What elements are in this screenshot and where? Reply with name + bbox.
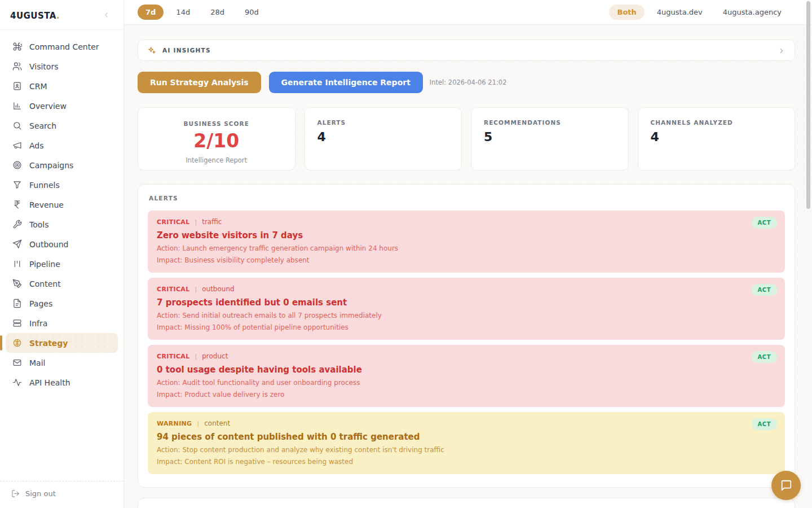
sign-out-button[interactable]: Sign out	[0, 481, 123, 508]
sparkles-icon	[147, 46, 156, 55]
app-root: 4UGUSTA. Command Center Visitors CRM Ove…	[0, 0, 812, 508]
sidebar-item-ads[interactable]: Ads	[6, 135, 118, 155]
sidebar-item-pipeline[interactable]: Pipeline	[6, 254, 118, 274]
sidebar-item-label: Overview	[29, 102, 67, 111]
channels-analyzed-value: 4	[651, 130, 783, 144]
sidebar-item-overview[interactable]: Overview	[6, 96, 118, 116]
alerts-count-card: ALERTS 4	[304, 107, 462, 170]
alert-meta: CRITICAL | traffic	[157, 218, 776, 226]
alert-severity: CRITICAL	[157, 286, 189, 293]
alert-severity: CRITICAL	[157, 353, 189, 360]
alert-impact-text: Impact: Content ROI is negative – resour…	[157, 458, 776, 466]
sidebar-item-label: Pages	[29, 299, 52, 308]
ai-insights-label: AI INSIGHTS	[162, 47, 211, 54]
sidebar-item-pages[interactable]: Pages	[6, 294, 118, 313]
brand-logo-dot: .	[56, 11, 60, 21]
alert-impact-text: Impact: Business visibility completely a…	[157, 256, 776, 264]
time-range-90d[interactable]: 90d	[237, 5, 267, 20]
alert-card-outbound: CRITICAL | outbound 7 prospects identifi…	[148, 278, 785, 340]
act-button[interactable]: ACT	[752, 418, 777, 430]
sidebar-item-crm[interactable]: CRM	[6, 76, 118, 96]
alert-severity: WARNING	[157, 420, 192, 427]
alert-separator: |	[195, 286, 197, 293]
recommendations-count-value: 5	[484, 130, 616, 144]
alert-meta: WARNING | content	[157, 419, 776, 427]
pulse-icon	[12, 378, 22, 387]
alert-category: product	[202, 352, 228, 360]
sidebar-item-revenue[interactable]: Revenue	[6, 195, 118, 214]
sidebar-item-label: CRM	[29, 82, 47, 91]
sidebar-item-label: Ads	[29, 141, 44, 150]
ai-insights-toggle[interactable]: AI INSIGHTS	[138, 40, 795, 61]
rupee-icon	[12, 200, 22, 209]
visitors-icon	[12, 62, 22, 71]
megaphone-icon	[12, 141, 22, 150]
sidebar-item-command-center[interactable]: Command Center	[6, 37, 118, 56]
chat-fab-button[interactable]	[771, 471, 801, 500]
recommendations-count-label: RECOMMENDATIONS	[484, 119, 616, 126]
sidebar-item-tools[interactable]: Tools	[6, 214, 118, 234]
sidebar-item-funnels[interactable]: Funnels	[6, 175, 118, 195]
mail-icon	[12, 358, 22, 367]
pen-icon	[12, 279, 22, 288]
alert-separator: |	[197, 420, 199, 427]
run-strategy-analysis-button[interactable]: Run Strategy Analysis	[138, 72, 261, 93]
sidebar-item-label: Content	[29, 279, 61, 288]
alert-action-text: Action: Stop content production and anal…	[157, 446, 776, 454]
logo-row: 4UGUSTA.	[0, 0, 123, 29]
alert-category: outbound	[202, 285, 234, 293]
domain-filter-dev[interactable]: 4ugusta.dev	[649, 5, 710, 20]
alert-action-text: Action: Send initial outreach emails to …	[157, 312, 776, 319]
time-range-14d[interactable]: 14d	[168, 5, 198, 20]
alert-impact-text: Impact: Product value delivery is zero	[157, 391, 776, 398]
sidebar-item-api-health[interactable]: API Health	[6, 373, 118, 392]
business-score-sublabel: Intelligence Report	[151, 156, 283, 164]
channels-analyzed-label: CHANNELS ANALYZED	[651, 119, 783, 126]
alert-separator: |	[195, 353, 197, 360]
recommendations-panel: RECOMMENDATIONS	[138, 498, 795, 508]
domain-filter-agency[interactable]: 4ugusta.agency	[715, 5, 789, 20]
sidebar-item-search[interactable]: Search	[6, 116, 118, 135]
sidebar-item-label: Search	[29, 121, 56, 130]
time-range-28d[interactable]: 28d	[202, 5, 232, 20]
act-button[interactable]: ACT	[752, 217, 777, 229]
sidebar-item-mail[interactable]: Mail	[6, 353, 118, 373]
alerts-panel: ALERTS CRITICAL | traffic Zero website v…	[138, 184, 795, 488]
pipeline-icon	[12, 259, 22, 269]
sidebar-item-content[interactable]: Content	[6, 274, 118, 294]
alert-title: 94 pieces of content published with 0 tr…	[157, 432, 776, 442]
intel-timestamp: Intel: 2026-04-06 21:02	[430, 78, 507, 86]
sidebar-collapse-button[interactable]	[99, 10, 113, 21]
sidebar-item-infra[interactable]: Infra	[6, 313, 118, 333]
alerts-panel-heading: ALERTS	[149, 195, 785, 202]
act-button[interactable]: ACT	[752, 284, 777, 296]
send-icon	[12, 239, 22, 249]
sidebar-item-label: Funnels	[29, 181, 60, 190]
chat-bubble-icon	[780, 479, 792, 492]
business-score-label: BUSINESS SCORE	[151, 120, 283, 127]
alert-meta: CRITICAL | product	[157, 352, 776, 360]
alert-list: CRITICAL | traffic Zero website visitors…	[148, 211, 785, 474]
sidebar-divider	[0, 29, 123, 30]
alert-category: traffic	[202, 218, 222, 226]
vertical-scrollbar[interactable]	[806, 1, 810, 209]
domain-filter-both[interactable]: Both	[609, 5, 644, 20]
recommendations-count-card: RECOMMENDATIONS 5	[471, 107, 629, 170]
sidebar-item-label: Strategy	[29, 339, 68, 348]
sidebar-item-strategy[interactable]: Strategy	[6, 333, 118, 353]
alert-card-content: WARNING | content 94 pieces of content p…	[148, 412, 785, 474]
sidebar-item-outbound[interactable]: Outbound	[6, 234, 118, 254]
sidebar-nav: Command Center Visitors CRM Overview Sea…	[0, 37, 123, 481]
contact-card-icon	[12, 81, 22, 91]
alerts-count-label: ALERTS	[317, 119, 449, 126]
generate-intelligence-report-button[interactable]: Generate Intelligence Report	[269, 72, 423, 93]
act-button[interactable]: ACT	[752, 351, 777, 363]
time-range-7d[interactable]: 7d	[138, 5, 164, 20]
sidebar-item-campaigns[interactable]: Campaigns	[6, 155, 118, 175]
sidebar-item-label: Infra	[29, 319, 47, 328]
channels-analyzed-card: CHANNELS ANALYZED 4	[638, 107, 796, 170]
sign-out-label: Sign out	[25, 489, 56, 498]
sidebar-item-visitors[interactable]: Visitors	[6, 56, 118, 76]
alert-category: content	[204, 419, 230, 427]
sidebar-item-label: Outbound	[29, 240, 68, 249]
